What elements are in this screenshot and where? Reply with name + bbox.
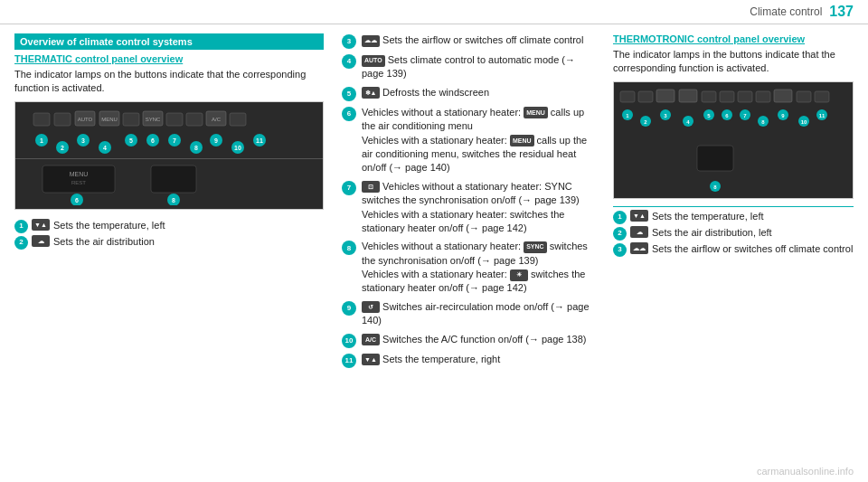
- right-column: THERMOTRONIC control panel overview The …: [613, 33, 854, 479]
- svg-rect-55: [774, 90, 792, 102]
- svg-rect-53: [738, 91, 752, 102]
- middle-item-4: 4 AUTO Sets climate control to automatic…: [342, 53, 595, 81]
- svg-text:5: 5: [129, 137, 133, 144]
- middle-item-10: 10 A/C Switches the A/C function on/off …: [342, 333, 595, 348]
- stat-icon: ☀: [510, 269, 528, 281]
- svg-rect-47: [620, 91, 635, 102]
- thermotronic-panel-svg: 1 2 3 4 5 6 7 8 9 10 11: [614, 82, 853, 200]
- svg-text:8: 8: [172, 197, 175, 203]
- middle-item-6-text: Vehicles without a stationary heater: ME…: [362, 106, 595, 175]
- thermatic-panel-image: AUTO MENU SYNC A/C 1 2: [14, 101, 324, 210]
- thermotronic-header: THERMOTRONIC control panel overview: [613, 33, 854, 44]
- watermark: carmanualsonline.info: [757, 466, 854, 477]
- svg-text:MENU: MENU: [101, 117, 118, 122]
- middle-item-9-text: ↺ Switches air-recirculation mode on/off…: [362, 300, 595, 328]
- right-legend-item-1: 1 ▼▲ Sets the temperature, left: [613, 210, 854, 224]
- top-bar: Climate control 137: [0, 0, 868, 24]
- middle-item-11: 11 ▼▲ Sets the temperature, right: [342, 353, 595, 368]
- menu-icon-6: MENU: [524, 107, 548, 118]
- right-airflow-icon: ☁☁: [630, 242, 648, 254]
- section-label: Climate control: [750, 5, 822, 18]
- right-legend-num-2: 2: [613, 227, 627, 241]
- temp-right-icon: ▼▲: [362, 354, 380, 365]
- middle-item-8: 8 Vehicles without a stationary heater: …: [342, 240, 595, 296]
- recirc-icon: ↺: [362, 301, 380, 313]
- panel-top-row: AUTO MENU SYNC A/C 1 2: [15, 102, 323, 159]
- svg-text:A/C: A/C: [212, 117, 222, 122]
- middle-column: 3 ☁☁ Sets the airflow or switches off cl…: [342, 33, 595, 479]
- sync-icon: SYNC: [524, 241, 546, 253]
- right-legend: 1 ▼▲ Sets the temperature, left 2 ☁ Sets…: [613, 210, 854, 257]
- svg-text:AUTO: AUTO: [78, 117, 93, 122]
- middle-item-9: 9 ↺ Switches air-recirculation mode on/o…: [342, 300, 595, 328]
- auto-icon: AUTO: [362, 55, 385, 67]
- svg-text:10: 10: [234, 145, 241, 151]
- rw-icon: ⊡: [362, 181, 380, 193]
- svg-rect-48: [638, 91, 653, 102]
- right-legend-item-3: 3 ☁☁ Sets the airflow or switches off cl…: [613, 242, 854, 257]
- left-column: Overview of climate control systems THER…: [14, 33, 324, 479]
- temp-left-icon: ▼▲: [32, 219, 50, 231]
- svg-text:4: 4: [103, 145, 107, 151]
- thermotronic-body-text: The indicator lamps in the buttons indic…: [613, 48, 854, 76]
- svg-text:9: 9: [214, 137, 218, 144]
- svg-rect-52: [720, 91, 734, 102]
- svg-text:11: 11: [819, 113, 826, 118]
- num-9: 9: [342, 301, 356, 316]
- thermotronic-panel-image: 1 2 3 4 5 6 7 8 9 10 11: [613, 81, 854, 199]
- right-legend-text-1: Sets the temperature, left: [652, 210, 764, 222]
- right-legend-item-2: 2 ☁ Sets the air distribution, left: [613, 226, 854, 241]
- middle-item-4-text: AUTO Sets climate control to automatic m…: [362, 53, 595, 81]
- svg-text:2: 2: [61, 145, 64, 151]
- svg-rect-54: [756, 91, 770, 102]
- svg-text:8: 8: [194, 145, 198, 151]
- num-7: 7: [342, 181, 356, 195]
- svg-rect-10: [166, 113, 183, 126]
- svg-rect-2: [54, 113, 71, 126]
- svg-rect-57: [815, 91, 829, 102]
- right-legend-num-3: 3: [613, 243, 627, 257]
- num-8: 8: [342, 241, 356, 255]
- svg-text:7: 7: [173, 137, 176, 144]
- num-6: 6: [342, 107, 356, 121]
- svg-text:3: 3: [81, 137, 85, 144]
- page-number: 137: [829, 4, 854, 20]
- legend-item-2: 2 ☁ Sets the air distribution: [14, 235, 324, 250]
- right-legend-text-3: Sets the airflow or switches off climate…: [652, 242, 853, 255]
- num-5: 5: [342, 87, 356, 101]
- middle-item-3-text: ☁☁ Sets the airflow or switches off clim…: [362, 33, 583, 47]
- ac-icon: A/C: [362, 334, 380, 345]
- svg-text:SYNC: SYNC: [146, 117, 161, 122]
- num-11: 11: [342, 354, 356, 368]
- middle-item-8-text: Vehicles without a stationary heater: SY…: [362, 240, 595, 296]
- main-content: Overview of climate control systems THER…: [0, 24, 868, 479]
- svg-rect-49: [656, 90, 675, 102]
- svg-text:10: 10: [801, 119, 807, 125]
- right-divider: [613, 206, 854, 207]
- svg-text:6: 6: [151, 137, 155, 144]
- legend-num-1: 1: [14, 220, 28, 233]
- middle-item-7-text: ⊡ Vehicles without a stationary heater: …: [362, 180, 595, 236]
- legend-text-1: Sets the temperature, left: [53, 219, 165, 232]
- svg-rect-56: [797, 91, 811, 102]
- svg-rect-14: [230, 113, 246, 126]
- legend-num-2: 2: [14, 236, 28, 250]
- legend-text-2: Sets the air distribution: [53, 235, 155, 248]
- right-air-dist-icon: ☁: [630, 226, 648, 238]
- svg-text:1: 1: [40, 137, 43, 144]
- fan-icon-3: ☁☁: [362, 35, 380, 47]
- thermatic-body-text: The indicator lamps on the buttons indic…: [14, 68, 324, 96]
- svg-rect-41: [151, 165, 196, 193]
- def-icon: ❄▲: [362, 87, 380, 99]
- middle-item-7: 7 ⊡ Vehicles without a stationary heater…: [342, 180, 595, 236]
- middle-item-5-text: ❄▲ Defrosts the windscreen: [362, 86, 489, 99]
- right-legend-text-2: Sets the air distribution, left: [652, 226, 772, 239]
- svg-text:MENU: MENU: [70, 171, 89, 177]
- svg-rect-51: [702, 91, 716, 102]
- svg-rect-0: [29, 104, 309, 156]
- right-temp-left-icon: ▼▲: [630, 210, 648, 222]
- svg-rect-1: [33, 113, 50, 126]
- left-legend: 1 ▼▲ Sets the temperature, left 2 ☁ Sets…: [14, 219, 324, 250]
- middle-item-3: 3 ☁☁ Sets the airflow or switches off cl…: [342, 33, 595, 49]
- num-3: 3: [342, 34, 356, 49]
